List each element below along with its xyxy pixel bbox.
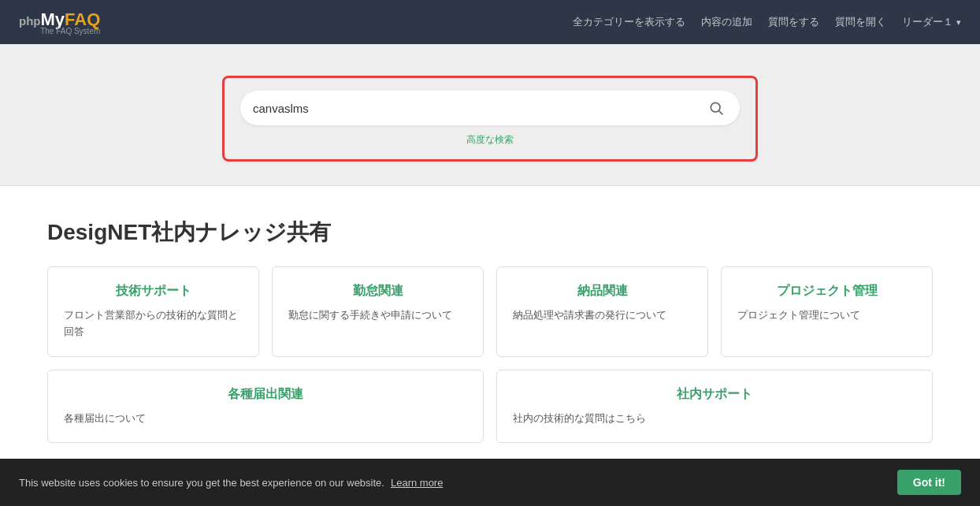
advanced-search-link[interactable]: 高度な検索 xyxy=(240,133,740,147)
card-project-management[interactable]: プロジェクト管理 プロジェクト管理について xyxy=(721,266,933,357)
card-desc-project-management: プロジェクト管理について xyxy=(737,307,916,324)
logo-php: php xyxy=(19,14,41,28)
header: phpMyFAQ The FAQ System 全カテゴリーを表示する 内容の追… xyxy=(0,0,980,44)
bottom-cards-grid: 各種届出関連 各種届出について 社内サポート 社内の技術的な質問はこちら xyxy=(47,370,933,444)
nav-user-dropdown[interactable]: リーダー１ xyxy=(902,15,961,29)
nav-show-all-categories[interactable]: 全カテゴリーを表示する xyxy=(573,15,685,29)
logo-subtitle: The FAQ System xyxy=(19,27,100,35)
logo-text: phpMyFAQ The FAQ System xyxy=(19,9,100,35)
card-title-delivery: 納品関連 xyxy=(513,283,692,300)
card-desc-internal-support: 社内の技術的な質問はこちら xyxy=(513,411,916,427)
logo: phpMyFAQ The FAQ System xyxy=(19,9,100,35)
search-box-wrapper: 高度な検索 xyxy=(222,76,758,162)
search-button[interactable] xyxy=(705,97,727,119)
card-title-project-management: プロジェクト管理 xyxy=(737,283,916,300)
search-input-row xyxy=(240,91,740,125)
card-attendance[interactable]: 勤怠関連 勤怠に関する手続きや申請について xyxy=(272,266,484,357)
svg-line-1 xyxy=(719,111,723,115)
section-title: DesigNET社内ナレッジ共有 xyxy=(47,218,933,247)
svg-point-0 xyxy=(711,102,720,112)
nav-add-content[interactable]: 内容の追加 xyxy=(701,15,752,29)
top-cards-grid: 技術サポート フロント営業部からの技術的な質問と回答 勤怠関連 勤怠に関する手続… xyxy=(47,266,933,357)
cookie-got-it-button[interactable]: Got it! xyxy=(897,470,961,474)
search-icon xyxy=(708,100,724,116)
card-various-reports[interactable]: 各種届出関連 各種届出について xyxy=(47,370,484,444)
search-section: 高度な検索 xyxy=(0,44,980,185)
logo-faq: FAQ xyxy=(65,9,100,29)
logo-my: My xyxy=(41,9,65,29)
card-internal-support[interactable]: 社内サポート 社内の技術的な質問はこちら xyxy=(496,370,933,444)
search-input[interactable] xyxy=(253,102,705,115)
cookie-banner: This website uses cookies to ensure you … xyxy=(0,459,980,474)
nav-open-question[interactable]: 質問を開く xyxy=(835,15,886,29)
nav: 全カテゴリーを表示する 内容の追加 質問をする 質問を開く リーダー１ xyxy=(573,15,961,29)
card-title-internal-support: 社内サポート xyxy=(513,386,916,403)
card-tech-support[interactable]: 技術サポート フロント営業部からの技術的な質問と回答 xyxy=(47,266,259,357)
card-desc-tech-support: フロント営業部からの技術的な質問と回答 xyxy=(64,307,243,340)
card-title-tech-support: 技術サポート xyxy=(64,283,243,300)
card-title-various-reports: 各種届出関連 xyxy=(64,386,467,403)
nav-ask-question[interactable]: 質問をする xyxy=(768,15,819,29)
card-desc-various-reports: 各種届出について xyxy=(64,411,467,427)
main-content: DesigNET社内ナレッジ共有 技術サポート フロント営業部からの技術的な質問… xyxy=(0,186,980,474)
card-desc-delivery: 納品処理や請求書の発行について xyxy=(513,307,692,324)
card-title-attendance: 勤怠関連 xyxy=(288,283,467,300)
card-desc-attendance: 勤怠に関する手続きや申請について xyxy=(288,307,467,324)
card-delivery[interactable]: 納品関連 納品処理や請求書の発行について xyxy=(496,266,708,357)
